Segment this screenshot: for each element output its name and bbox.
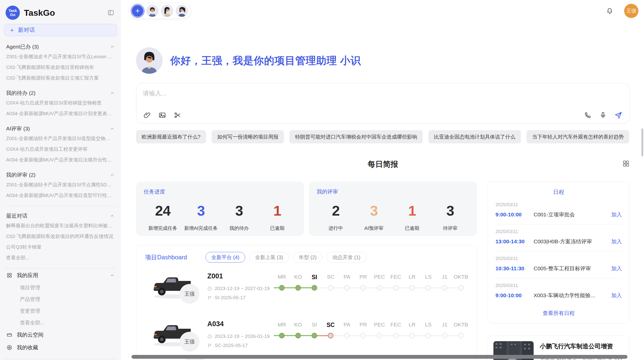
- sidebar-task-item[interactable]: Z001-全新燃油轻卡产品开发项目SI造型提交物评审: [6, 133, 115, 144]
- project-info: Z0012023-12-19 ~ 2027-01-19SI-2025-05-17: [207, 270, 272, 303]
- member-avatar-3[interactable]: [176, 5, 188, 17]
- milestone-dot-pending: [426, 333, 431, 338]
- suggestion-chip[interactable]: 特朗普可能对进口汽车增税会对中国车企造成哪些影响: [289, 130, 423, 143]
- sidebar-task-item[interactable]: C02-飞腾新能源轻客改款项目立项汇报方案: [6, 73, 115, 83]
- suggestion-chip[interactable]: 如何写一份清晰的项目周报: [212, 130, 284, 143]
- sidebar-item-my-apps[interactable]: 我的应用: [6, 269, 115, 282]
- sidebar-task-item[interactable]: Z001-全新燃油轻卡产品开发项目SI节点属性5D文件评审: [6, 179, 115, 190]
- stat-metric: 3我的待办: [220, 202, 258, 232]
- milestone-label: LS: [420, 274, 436, 281]
- sidebar-app-item[interactable]: 项目管理: [6, 282, 115, 293]
- sidebar-task-item[interactable]: C0X4-动力总成开发项目SI里程碑提交物检查: [6, 98, 115, 108]
- sidebar-recent-item[interactable]: 解释最新出台的欧盟报废车法规再生塑料比例被调至15%...: [6, 220, 115, 231]
- milestone-dot-done: [295, 333, 301, 338]
- schedule-entries: 2025/03/119:00-10:00C001-立项审批会加入2025/03/…: [495, 198, 622, 305]
- schedule-name: C005-整车工程目标评审: [534, 265, 608, 272]
- sidebar-recent-item[interactable]: 公司Q3轻卡销量: [6, 242, 115, 252]
- view-all-schedule-link[interactable]: 查看所有日程: [495, 305, 622, 318]
- member-avatar-1[interactable]: [147, 5, 158, 17]
- sidebar-task-item[interactable]: Z001-全新燃油皮卡产品开发项目SI节点Lesson Learn报告: [6, 51, 115, 62]
- paperclip-icon[interactable]: [143, 111, 151, 119]
- sidebar-recent-item[interactable]: C02-飞腾新能源轻客改款项目的闭环通告反馈情况: [6, 231, 115, 242]
- member-avatar-2[interactable]: [161, 5, 173, 17]
- sidebar-section-header[interactable]: 我的评审 (2): [6, 171, 115, 178]
- sidebar-item-label: 我的云空间: [17, 331, 43, 338]
- milestone-dot-overdue: [328, 333, 333, 338]
- phone-icon[interactable]: [584, 111, 592, 119]
- sidebar-task-item[interactable]: C02-飞腾新能源轻客改款项目里程碑画布: [6, 62, 115, 73]
- bell-icon[interactable]: [605, 7, 614, 15]
- mic-icon[interactable]: [599, 111, 607, 119]
- sidebar-item-star[interactable]: 我的收藏: [6, 341, 115, 354]
- stat-card: 任务进度24新增完成任务3新增AI完成任务3我的待办1已逾期: [136, 182, 304, 236]
- project-dashboard: 项目Dashboard 全新平台 (4)全新上装 (3)年型 (2)动总开发 (…: [136, 245, 477, 360]
- chat-input[interactable]: 请输入...: [136, 83, 630, 124]
- project-row[interactable]: 王强Z0012023-12-19 ~ 2027-01-19SI-2025-05-…: [145, 270, 468, 303]
- sidebar-task-item[interactable]: A034-全新新能源MUV产品开发项目法规符合性评审: [6, 155, 115, 165]
- sidebar-section-header[interactable]: AI评审 (3): [6, 125, 115, 132]
- sidebar-section-header[interactable]: 我的待办 (2): [6, 89, 115, 97]
- add-member-button[interactable]: +: [132, 5, 143, 17]
- stat-value: 3: [355, 202, 393, 219]
- suggestion-chip[interactable]: 欧洲新规最近颁布了什么?: [136, 130, 206, 143]
- dashboard-filter[interactable]: 全新上装 (3): [249, 252, 289, 263]
- sidebar-app-item[interactable]: 变更管理: [6, 305, 115, 317]
- scissors-icon[interactable]: [173, 111, 182, 119]
- clock-icon: [207, 286, 212, 291]
- section-label: 我的待办 (2): [6, 89, 36, 97]
- user-avatar[interactable]: 王强: [624, 4, 638, 18]
- stat-value: 3: [431, 202, 469, 219]
- schedule-join-link[interactable]: 加入: [611, 238, 622, 245]
- stat-metric: 2进行中: [317, 202, 355, 232]
- milestone-label: PEC: [371, 322, 388, 328]
- dashboard-filter[interactable]: 动总开发 (1): [327, 252, 366, 263]
- new-chat-label: 新对话: [18, 26, 35, 34]
- milestone-dot-done: [312, 333, 317, 338]
- flag-icon: [207, 343, 212, 348]
- app-root: Task Go TaskGo ＋ 新对话 Agent已办 (3)Z001-全新燃…: [0, 0, 644, 360]
- stat-label: 新增完成任务: [144, 225, 182, 232]
- suggestion-chip[interactable]: 当下年轻人对汽车外观有怎样的喜好趋势: [526, 130, 629, 143]
- sidebar-recent-item[interactable]: 查看全部...: [6, 252, 115, 263]
- sidebar-task-item[interactable]: A034-全新新能源MUV产品开发项目造型可行性评审: [6, 190, 115, 201]
- project-row[interactable]: 王强A0342023-12-19 ~ 2026-01-19SC-2025-05-…: [145, 318, 468, 351]
- sidebar-task-item[interactable]: A034-全新新能源MUV产品开发项目计划变更表编写: [6, 108, 115, 119]
- stat-label: 已逾期: [258, 225, 296, 232]
- milestone-track: MRKOSISCPAPRPECFECLRLSJ1OKTB: [274, 318, 469, 351]
- dashboard-filter[interactable]: 年型 (2): [293, 252, 323, 263]
- sidebar-collapse-icon[interactable]: [107, 8, 115, 17]
- chevron-up-icon: [110, 213, 115, 218]
- sidebar-recent-header[interactable]: 最近对话: [6, 212, 115, 219]
- milestone-dot-pending: [328, 285, 333, 291]
- image-icon[interactable]: [158, 111, 166, 119]
- schedule-row: 9:00-10:00C001-立项审批会加入: [495, 211, 622, 218]
- suggestion-chip[interactable]: 比亚迪全固态电池计划具体说了什么: [428, 130, 521, 143]
- project-image: 王强: [150, 318, 195, 351]
- dashboard-header: 项目Dashboard 全新平台 (4)全新上装 (3)年型 (2)动总开发 (…: [145, 252, 468, 263]
- schedule-join-link[interactable]: 加入: [611, 211, 622, 218]
- project-dates-text: 2023-12-19 ~ 2027-01-19: [215, 286, 270, 291]
- schedule-join-link[interactable]: 加入: [611, 265, 622, 272]
- horizontal-scrollbar[interactable]: [131, 355, 627, 359]
- milestone-label: FEC: [388, 322, 404, 328]
- dashboard-filter[interactable]: 全新平台 (4): [206, 252, 245, 263]
- sidebar-item-cloud[interactable]: 我的云空间: [6, 328, 115, 341]
- sidebar-section-header[interactable]: Agent已办 (3): [6, 43, 115, 50]
- sidebar-task-item[interactable]: C0X4-动力总成开发项目工程变更评审: [6, 144, 115, 155]
- assistant-avatar: [136, 47, 163, 74]
- new-chat-button[interactable]: ＋ 新对话: [4, 24, 117, 36]
- grid-layout-icon[interactable]: [622, 160, 630, 167]
- schedule-join-link[interactable]: 加入: [611, 292, 622, 299]
- milestone-dot-done: [279, 285, 285, 291]
- stat-label: 已逾期: [393, 225, 431, 232]
- plus-icon: ＋: [9, 27, 15, 33]
- stat-label: AI预评审: [355, 225, 393, 232]
- sidebar-app-item[interactable]: 产品管理: [6, 293, 115, 305]
- sidebar-app-item[interactable]: 查看全部...: [6, 317, 115, 328]
- send-icon[interactable]: [614, 111, 622, 119]
- project-image: 王强: [150, 270, 195, 303]
- project-info: A0342023-12-19 ~ 2026-01-19SC-2025-05-17: [207, 318, 272, 351]
- milestone-label: PR: [355, 322, 371, 328]
- vertical-scrollbar[interactable]: [641, 128, 643, 156]
- milestone-label: SC: [323, 322, 339, 328]
